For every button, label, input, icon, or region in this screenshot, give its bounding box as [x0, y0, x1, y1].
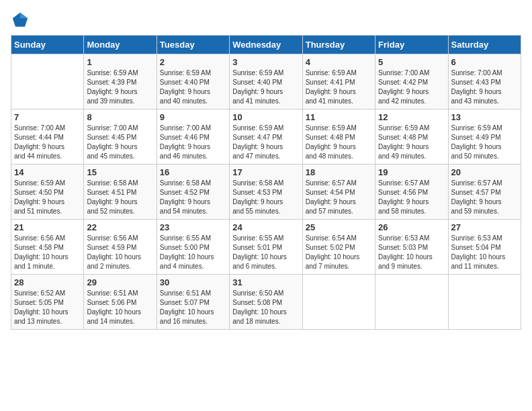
day-cell: 4Sunrise: 6:59 AM Sunset: 4:41 PM Daylig… — [302, 54, 375, 109]
day-info: Sunrise: 6:55 AM Sunset: 5:01 PM Dayligh… — [232, 234, 299, 271]
day-cell: 18Sunrise: 6:57 AM Sunset: 4:54 PM Dayli… — [302, 165, 375, 220]
day-number: 2 — [160, 57, 226, 67]
day-number: 7 — [14, 112, 81, 122]
day-info: Sunrise: 6:55 AM Sunset: 5:00 PM Dayligh… — [160, 234, 226, 271]
day-cell: 12Sunrise: 6:59 AM Sunset: 4:48 PM Dayli… — [375, 109, 448, 165]
day-cell: 2Sunrise: 6:59 AM Sunset: 4:40 PM Daylig… — [157, 54, 229, 109]
day-info: Sunrise: 6:51 AM Sunset: 5:07 PM Dayligh… — [160, 289, 226, 326]
day-cell — [448, 275, 521, 330]
day-number: 8 — [87, 112, 153, 122]
day-info: Sunrise: 6:51 AM Sunset: 5:06 PM Dayligh… — [87, 289, 153, 326]
day-info: Sunrise: 7:00 AM Sunset: 4:43 PM Dayligh… — [451, 68, 518, 106]
day-info: Sunrise: 6:56 AM Sunset: 4:58 PM Dayligh… — [14, 234, 81, 271]
day-number: 10 — [232, 112, 299, 122]
day-number: 24 — [232, 222, 299, 232]
logo — [11, 11, 32, 30]
day-header-tuesday: Tuesday — [157, 36, 229, 54]
day-cell: 1Sunrise: 6:59 AM Sunset: 4:39 PM Daylig… — [84, 54, 157, 109]
day-cell: 31Sunrise: 6:50 AM Sunset: 5:08 PM Dayli… — [230, 275, 302, 330]
week-row-2: 7Sunrise: 7:00 AM Sunset: 4:44 PM Daylig… — [11, 109, 521, 165]
page-header — [11, 11, 521, 30]
day-cell: 8Sunrise: 7:00 AM Sunset: 4:45 PM Daylig… — [84, 109, 157, 165]
day-number: 13 — [451, 112, 518, 122]
logo-icon — [11, 11, 30, 30]
day-number: 25 — [306, 222, 372, 232]
day-number: 14 — [14, 167, 81, 177]
day-info: Sunrise: 7:00 AM Sunset: 4:46 PM Dayligh… — [160, 124, 226, 161]
day-cell: 24Sunrise: 6:55 AM Sunset: 5:01 PM Dayli… — [230, 220, 302, 275]
day-cell: 17Sunrise: 6:58 AM Sunset: 4:53 PM Dayli… — [230, 165, 302, 220]
day-number: 28 — [14, 277, 81, 287]
day-info: Sunrise: 6:54 AM Sunset: 5:02 PM Dayligh… — [306, 234, 372, 271]
day-cell: 22Sunrise: 6:56 AM Sunset: 4:59 PM Dayli… — [84, 220, 157, 275]
days-header-row: SundayMondayTuesdayWednesdayThursdayFrid… — [11, 36, 521, 54]
day-cell: 23Sunrise: 6:55 AM Sunset: 5:00 PM Dayli… — [157, 220, 229, 275]
day-cell: 20Sunrise: 6:57 AM Sunset: 4:57 PM Dayli… — [448, 165, 521, 220]
day-number: 20 — [451, 167, 518, 177]
day-number: 6 — [451, 57, 518, 67]
day-info: Sunrise: 7:00 AM Sunset: 4:45 PM Dayligh… — [87, 124, 153, 161]
day-info: Sunrise: 7:00 AM Sunset: 4:44 PM Dayligh… — [14, 124, 81, 161]
day-number: 17 — [232, 167, 299, 177]
day-cell: 29Sunrise: 6:51 AM Sunset: 5:06 PM Dayli… — [84, 275, 157, 330]
day-number: 31 — [232, 277, 299, 287]
day-cell: 5Sunrise: 7:00 AM Sunset: 4:42 PM Daylig… — [375, 54, 448, 109]
day-number: 29 — [87, 277, 153, 287]
day-info: Sunrise: 6:57 AM Sunset: 4:57 PM Dayligh… — [451, 179, 518, 216]
day-number: 16 — [160, 167, 226, 177]
day-cell: 21Sunrise: 6:56 AM Sunset: 4:58 PM Dayli… — [11, 220, 84, 275]
day-info: Sunrise: 6:57 AM Sunset: 4:54 PM Dayligh… — [306, 179, 372, 216]
day-info: Sunrise: 6:59 AM Sunset: 4:40 PM Dayligh… — [232, 68, 299, 106]
day-cell — [375, 275, 448, 330]
day-cell: 25Sunrise: 6:54 AM Sunset: 5:02 PM Dayli… — [302, 220, 375, 275]
day-info: Sunrise: 6:53 AM Sunset: 5:04 PM Dayligh… — [451, 234, 518, 271]
day-number: 5 — [378, 57, 445, 67]
day-info: Sunrise: 6:58 AM Sunset: 4:53 PM Dayligh… — [232, 179, 299, 216]
day-number: 23 — [160, 222, 226, 232]
day-info: Sunrise: 6:59 AM Sunset: 4:47 PM Dayligh… — [232, 124, 299, 161]
day-info: Sunrise: 6:52 AM Sunset: 5:05 PM Dayligh… — [14, 289, 81, 326]
day-number: 3 — [232, 57, 299, 67]
day-cell — [302, 275, 375, 330]
day-number: 21 — [14, 222, 81, 232]
day-cell: 14Sunrise: 6:59 AM Sunset: 4:50 PM Dayli… — [11, 165, 84, 220]
day-header-saturday: Saturday — [448, 36, 521, 54]
day-number: 22 — [87, 222, 153, 232]
day-header-thursday: Thursday — [302, 36, 375, 54]
day-info: Sunrise: 6:59 AM Sunset: 4:50 PM Dayligh… — [14, 179, 81, 216]
day-cell: 11Sunrise: 6:59 AM Sunset: 4:48 PM Dayli… — [302, 109, 375, 165]
day-info: Sunrise: 6:59 AM Sunset: 4:48 PM Dayligh… — [306, 124, 372, 161]
week-row-4: 21Sunrise: 6:56 AM Sunset: 4:58 PM Dayli… — [11, 220, 521, 275]
day-number: 4 — [306, 57, 372, 67]
day-header-monday: Monday — [84, 36, 157, 54]
day-cell: 3Sunrise: 6:59 AM Sunset: 4:40 PM Daylig… — [230, 54, 302, 109]
svg-marker-1 — [20, 13, 28, 18]
day-number: 26 — [378, 222, 445, 232]
day-cell: 19Sunrise: 6:57 AM Sunset: 4:56 PM Dayli… — [375, 165, 448, 220]
day-info: Sunrise: 6:57 AM Sunset: 4:56 PM Dayligh… — [378, 179, 445, 216]
day-info: Sunrise: 6:59 AM Sunset: 4:40 PM Dayligh… — [160, 68, 226, 106]
day-number: 1 — [87, 57, 153, 67]
day-number: 11 — [306, 112, 372, 122]
day-cell: 16Sunrise: 6:58 AM Sunset: 4:52 PM Dayli… — [157, 165, 229, 220]
day-cell: 6Sunrise: 7:00 AM Sunset: 4:43 PM Daylig… — [448, 54, 521, 109]
day-number: 30 — [160, 277, 226, 287]
day-info: Sunrise: 6:53 AM Sunset: 5:03 PM Dayligh… — [378, 234, 445, 271]
day-info: Sunrise: 6:58 AM Sunset: 4:52 PM Dayligh… — [160, 179, 226, 216]
day-cell: 7Sunrise: 7:00 AM Sunset: 4:44 PM Daylig… — [11, 109, 84, 165]
day-cell: 10Sunrise: 6:59 AM Sunset: 4:47 PM Dayli… — [230, 109, 302, 165]
week-row-3: 14Sunrise: 6:59 AM Sunset: 4:50 PM Dayli… — [11, 165, 521, 220]
day-info: Sunrise: 6:59 AM Sunset: 4:41 PM Dayligh… — [306, 68, 372, 106]
week-row-5: 28Sunrise: 6:52 AM Sunset: 5:05 PM Dayli… — [11, 275, 521, 330]
day-cell: 30Sunrise: 6:51 AM Sunset: 5:07 PM Dayli… — [157, 275, 229, 330]
day-header-friday: Friday — [375, 36, 448, 54]
day-info: Sunrise: 6:59 AM Sunset: 4:39 PM Dayligh… — [87, 68, 153, 106]
day-number: 18 — [306, 167, 372, 177]
day-cell: 28Sunrise: 6:52 AM Sunset: 5:05 PM Dayli… — [11, 275, 84, 330]
week-row-1: 1Sunrise: 6:59 AM Sunset: 4:39 PM Daylig… — [11, 54, 521, 109]
day-info: Sunrise: 6:50 AM Sunset: 5:08 PM Dayligh… — [232, 289, 299, 326]
day-cell: 9Sunrise: 7:00 AM Sunset: 4:46 PM Daylig… — [157, 109, 229, 165]
day-info: Sunrise: 7:00 AM Sunset: 4:42 PM Dayligh… — [378, 68, 445, 106]
day-cell: 15Sunrise: 6:58 AM Sunset: 4:51 PM Dayli… — [84, 165, 157, 220]
day-number: 19 — [378, 167, 445, 177]
